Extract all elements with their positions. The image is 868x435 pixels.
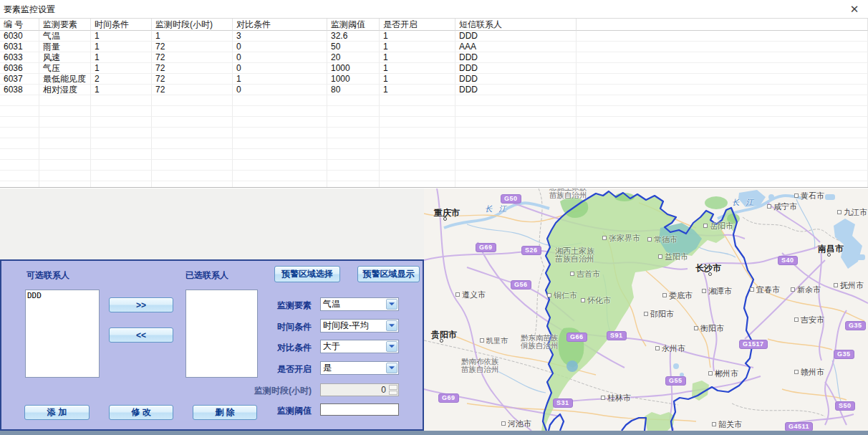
table-row[interactable]: 6036气压172010001DDD (0, 63, 868, 74)
table-cell (233, 160, 327, 171)
compare-condition-combo-value: 大于 (321, 340, 385, 353)
map-city-label: 桂林市 (601, 393, 631, 403)
chevron-down-icon[interactable] (386, 363, 397, 373)
table-row[interactable] (0, 171, 868, 181)
column-header[interactable]: 监测时段(小时) (152, 19, 233, 31)
map-city-label: 抚州市 (834, 280, 864, 291)
table-cell (39, 128, 91, 138)
table-row[interactable] (0, 181, 868, 188)
available-contacts-label: 可选联系人 (26, 269, 69, 282)
road-badge: G35 (845, 321, 866, 330)
table-row[interactable] (0, 160, 868, 171)
table-row[interactable]: 6038相对湿度1720801DDD (0, 85, 868, 95)
chevron-down-icon[interactable] (386, 320, 397, 331)
column-header[interactable] (577, 19, 868, 31)
map-city-label: 苗族自治州 (555, 254, 594, 264)
enabled-label: 是否开启 (242, 363, 312, 376)
road-badge: G66 (566, 333, 587, 342)
table-cell (577, 31, 868, 42)
road-badge: S50 (835, 401, 855, 411)
move-left-button[interactable]: << (109, 328, 173, 343)
table-cell (327, 149, 380, 160)
map-city-label: 郴州市 (708, 368, 738, 379)
threshold-label: 监测阈值 (242, 405, 312, 417)
warning-area-display-button[interactable]: 预警区域显示 (357, 266, 420, 282)
chevron-down-icon[interactable] (386, 299, 397, 310)
road-badge: G69 (438, 393, 459, 403)
table-cell: 1 (91, 85, 152, 95)
time-condition-combo[interactable]: 时间段-平均 (320, 319, 399, 333)
table-row[interactable] (0, 117, 868, 128)
table-cell: 6036 (0, 63, 39, 74)
road-badge: G69 (476, 243, 496, 252)
table-cell: 1 (152, 31, 233, 42)
road-badge: S40 (778, 256, 798, 265)
table-cell (233, 95, 327, 106)
map-city-label: 河池市 (501, 419, 531, 429)
column-header[interactable]: 监测阈值 (327, 19, 380, 31)
table-row[interactable]: 6031雨量1720501AAA (0, 42, 868, 52)
table-cell: 6030 (0, 31, 39, 42)
column-header[interactable]: 是否开启 (380, 19, 455, 31)
spinner-up-icon[interactable] (389, 385, 397, 390)
table-row[interactable] (0, 138, 868, 149)
table-cell (577, 74, 868, 85)
add-button[interactable]: 添 加 (24, 405, 90, 420)
table-cell (577, 171, 868, 181)
map-city-label: 贵阳市 (431, 329, 457, 341)
table-cell: 0 (233, 85, 327, 95)
table-row[interactable] (0, 128, 868, 138)
table-cell (455, 160, 577, 171)
table-cell (91, 160, 152, 171)
threshold-input[interactable] (320, 403, 399, 416)
table-cell (233, 117, 327, 128)
road-badge: G1517 (739, 340, 768, 349)
table-row[interactable] (0, 95, 868, 106)
chevron-down-icon[interactable] (386, 341, 397, 352)
table-row[interactable]: 6030气温11332.61DDD (0, 31, 868, 42)
available-contacts-list[interactable]: DDD (25, 290, 100, 378)
modify-button[interactable]: 修 改 (109, 405, 173, 420)
table-cell (380, 181, 455, 188)
map-city-label: 遵义市 (455, 290, 486, 300)
period-label: 监测时段(小时) (235, 385, 312, 397)
table-cell (577, 63, 868, 74)
table-cell: DDD (455, 85, 577, 95)
spinner-down-icon[interactable] (389, 391, 397, 396)
table-cell (380, 95, 455, 106)
column-header[interactable]: 编 号 (0, 19, 39, 31)
table-cell (577, 95, 868, 106)
table-cell (577, 128, 868, 138)
enabled-combo[interactable]: 是 (320, 361, 399, 375)
table-cell: 2 (91, 74, 152, 85)
table-cell (0, 160, 39, 171)
close-icon[interactable]: ✕ (848, 3, 861, 16)
table-row[interactable]: 6037最低能见度272110001DDD (0, 74, 868, 85)
table-cell (577, 138, 868, 149)
enabled-combo-value: 是 (321, 362, 385, 374)
table-cell (233, 138, 327, 149)
table-cell: 0 (233, 63, 327, 74)
table-cell: 相对湿度 (39, 85, 91, 95)
table-cell (39, 149, 91, 160)
table-row[interactable] (0, 106, 868, 117)
column-header[interactable]: 时间条件 (91, 19, 152, 31)
table-cell: 6038 (0, 85, 39, 95)
warning-area-map[interactable]: 重庆市贵阳市长沙市南昌市长 江长 江遵义市凯里市河池市桂林市湘潭市娄底市邵阳市衡… (424, 188, 868, 431)
column-header[interactable]: 对比条件 (233, 19, 327, 31)
warning-area-select-button[interactable]: 预警区域选择 (274, 266, 340, 282)
table-row[interactable] (0, 149, 868, 160)
period-spinner[interactable]: 0 (320, 383, 399, 396)
element-combo-value: 气温 (321, 298, 385, 310)
column-header[interactable]: 监测要素 (39, 19, 91, 31)
contact-item[interactable]: DDD (26, 290, 99, 301)
column-header[interactable]: 短信联系人 (455, 19, 577, 31)
table-row[interactable]: 6033风速1720201DDD (0, 52, 868, 63)
compare-condition-combo[interactable]: 大于 (320, 340, 399, 353)
map-city-label: 咸宁市 (767, 201, 797, 212)
table-cell (91, 181, 152, 188)
element-combo[interactable]: 气温 (320, 297, 399, 311)
table-cell (0, 128, 39, 138)
move-right-button[interactable]: >> (109, 297, 173, 312)
road-badge: G4511 (785, 422, 813, 431)
